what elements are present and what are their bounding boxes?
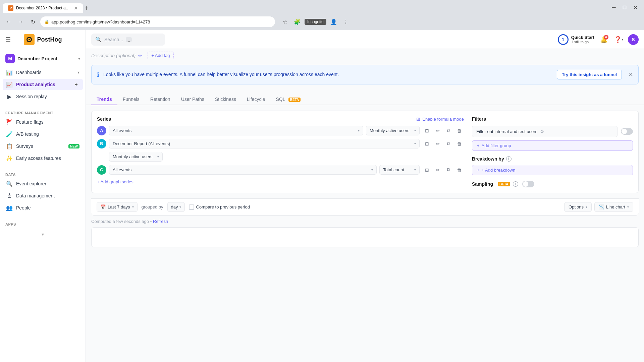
tab-sql[interactable]: SQL BETA	[270, 94, 306, 105]
series-c-actions: ⊟ ✏ ⧉ 🗑	[422, 165, 464, 175]
chevron-down-icon: ▾	[371, 168, 373, 172]
browser-chrome: P December 2023 • Product analy... ✕ + ─…	[0, 0, 644, 30]
series-b-sub-row: Monthly active users ▾	[97, 152, 464, 162]
series-c-filter-button[interactable]: ⊟	[422, 165, 432, 175]
sampling-toggle[interactable]	[522, 181, 534, 187]
chart-type-label: Line chart	[606, 204, 625, 209]
breakdown-info-icon[interactable]: i	[506, 156, 512, 162]
sidebar-item-label: Product analytics	[16, 82, 69, 87]
back-button[interactable]: ←	[4, 17, 13, 26]
chart-type-button[interactable]: 📉 Line chart ▾	[594, 202, 633, 212]
series-b-event-dropdown[interactable]: December Report (All events) ▾	[109, 139, 420, 148]
browser-tab[interactable]: P December 2023 • Product analy... ✕	[3, 3, 83, 13]
refresh-link[interactable]: Refresh	[153, 219, 168, 224]
options-button[interactable]: Options ▾	[564, 202, 592, 212]
series-c-event-label: All events	[113, 167, 131, 172]
user-avatar[interactable]: S	[628, 34, 639, 45]
tab-stickiness[interactable]: Stickiness	[210, 94, 241, 105]
add-graph-series-button[interactable]: + Add graph series	[97, 178, 464, 186]
sidebar-item-label: Event explorer	[16, 181, 79, 186]
tab-user-paths[interactable]: User Paths	[176, 94, 210, 105]
minimize-button[interactable]: ─	[609, 3, 619, 12]
tab-funnels[interactable]: Funnels	[117, 94, 145, 105]
tab-trends[interactable]: Trends	[91, 94, 117, 105]
search-shortcut-key: _	[126, 37, 132, 42]
event-explorer-icon: 🔍	[6, 180, 13, 187]
series-a-event-dropdown[interactable]: All events ▾	[109, 126, 363, 135]
description-placeholder[interactable]: Description (optional)	[91, 53, 136, 58]
sidebar-item-session-replay[interactable]: ▶ Session replay	[3, 91, 83, 102]
edit-description-icon[interactable]: ✏	[138, 53, 142, 58]
address-bar[interactable]: 🔒 app.posthog.com/insights/new?dashboard…	[40, 16, 275, 27]
series-c-copy-button[interactable]: ⧉	[444, 165, 453, 175]
forward-button[interactable]: →	[16, 17, 25, 26]
quick-start-button[interactable]: 1 Quick Start 1 still to go	[558, 34, 594, 45]
sampling-info-icon[interactable]: i	[513, 181, 518, 187]
series-c-edit-button[interactable]: ✏	[433, 165, 442, 175]
project-section: M December Project ▾ 📊 Dashboards ▾ 📈 Pr…	[0, 49, 86, 106]
scroll-down-icon: ▾	[42, 232, 44, 237]
series-b-copy-button[interactable]: ⧉	[444, 139, 453, 148]
series-title: Series	[97, 116, 111, 122]
sidebar-item-event-explorer[interactable]: 🔍 Event explorer	[3, 178, 83, 189]
enable-formula-button[interactable]: ⊞ Enable formula mode	[416, 116, 464, 122]
notifications-button[interactable]: 🔔 0	[598, 34, 609, 45]
series-a-edit-button[interactable]: ✏	[433, 126, 442, 135]
tab-retention[interactable]: Retention	[145, 94, 176, 105]
topbar: 🔍 Search... _ 1 Quick Start 1 still to g…	[86, 30, 644, 49]
bookmark-icon[interactable]: ☆	[280, 17, 290, 26]
add-breakdown-button[interactable]: + + Add breakdown	[472, 165, 633, 175]
help-button[interactable]: ❓ ▾	[613, 34, 624, 45]
sidebar-item-early-access[interactable]: ✨ Early access features	[3, 153, 83, 164]
series-a-metric-dropdown[interactable]: Monthly active users ▾	[366, 126, 420, 135]
series-c-event-dropdown[interactable]: All events ▾	[109, 165, 377, 175]
sidebar-item-label: Data management	[16, 193, 79, 198]
add-filter-group-button[interactable]: + Add filter group	[472, 140, 633, 151]
filter-input[interactable]: Filter out internal and test users ⚙	[472, 126, 618, 137]
sidebar-item-product-analytics[interactable]: 📈 Product analytics +	[3, 79, 83, 90]
compare-period-checkbox[interactable]: Compare to previous period	[189, 204, 250, 210]
incognito-badge: Incognito	[305, 19, 326, 25]
series-b-metric-dropdown[interactable]: Monthly active users ▾	[109, 152, 163, 162]
chevron-down-icon: ▾	[157, 155, 159, 159]
try-funnel-button[interactable]: Try this insight as a funnel	[557, 70, 622, 79]
posthog-logo[interactable]: PostHog	[21, 33, 65, 46]
sidebar-item-label: A/B testing	[16, 131, 79, 137]
add-tag-button[interactable]: + Add tag	[148, 52, 173, 59]
series-b-filter-button[interactable]: ⊟	[422, 139, 432, 148]
sidebar-item-data-management[interactable]: 🗄 Data management	[3, 190, 83, 201]
series-a-delete-button[interactable]: 🗑	[454, 126, 464, 135]
new-tab-button[interactable]: +	[85, 5, 89, 11]
series-b-edit-button[interactable]: ✏	[433, 139, 442, 148]
filters-column: Filters Filter out internal and test use…	[472, 116, 633, 187]
series-c-metric-dropdown[interactable]: Total count ▾	[379, 165, 420, 175]
reload-button[interactable]: ↻	[28, 17, 38, 26]
add-product-analytics-icon[interactable]: +	[73, 81, 79, 88]
tab-title: December 2023 • Product analy...	[16, 6, 71, 10]
project-selector[interactable]: M December Project ▾	[3, 52, 83, 65]
extension-icon[interactable]: 🧩	[292, 17, 302, 26]
session-replay-icon: ▶	[6, 93, 13, 100]
filter-gear-icon[interactable]: ⚙	[540, 129, 544, 134]
series-c-delete-button[interactable]: 🗑	[454, 165, 464, 175]
banner-close-icon[interactable]: ✕	[629, 71, 633, 78]
group-by-day-button[interactable]: day ▾	[167, 202, 185, 212]
sidebar-item-people[interactable]: 👥 People	[3, 202, 83, 214]
sidebar-item-feature-flags[interactable]: 🚩 Feature flags	[3, 116, 83, 128]
tab-close-icon[interactable]: ✕	[74, 5, 78, 11]
filter-toggle[interactable]	[621, 128, 633, 135]
search-box[interactable]: 🔍 Search... _	[91, 34, 165, 46]
date-range-button[interactable]: 📅 Last 7 days ▾	[97, 202, 138, 212]
restore-button[interactable]: □	[620, 3, 629, 12]
profile-button[interactable]: 👤	[329, 17, 338, 26]
sidebar-item-surveys[interactable]: 📋 Surveys NEW	[3, 140, 83, 152]
sidebar-item-ab-testing[interactable]: 🧪 A/B testing	[3, 128, 83, 140]
series-a-filter-button[interactable]: ⊟	[422, 126, 432, 135]
hamburger-button[interactable]: ☰	[3, 34, 13, 45]
series-b-delete-button[interactable]: 🗑	[454, 139, 464, 148]
menu-button[interactable]: ⋮	[341, 17, 351, 26]
close-window-button[interactable]: ✕	[631, 3, 640, 12]
series-a-copy-button[interactable]: ⧉	[444, 126, 453, 135]
tab-lifecycle[interactable]: Lifecycle	[241, 94, 270, 105]
sidebar-item-dashboards[interactable]: 📊 Dashboards ▾	[3, 67, 83, 78]
